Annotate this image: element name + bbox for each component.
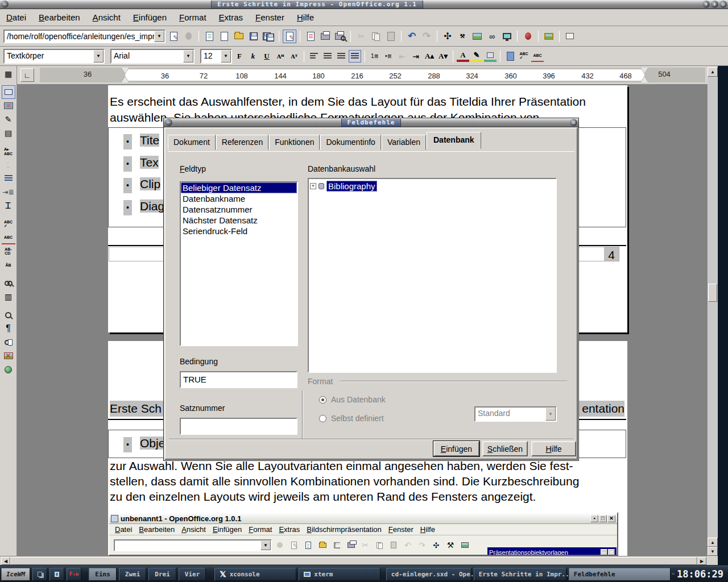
task-xterm[interactable]: xterm [299, 568, 380, 581]
einfuegen-button[interactable]: Einfügen [433, 441, 479, 456]
new-document-icon[interactable] [217, 30, 231, 43]
tab-referenzen[interactable]: Referenzen [216, 135, 268, 150]
copy-icon[interactable] [369, 30, 383, 43]
tree-item-bibliography[interactable]: Bibliography [326, 181, 377, 192]
list-item-datenbankname[interactable]: Datenbankname [181, 193, 297, 204]
edit-file-icon[interactable] [283, 30, 296, 43]
workspace-zwei[interactable]: Zwei [119, 568, 147, 581]
show-desktop-icon[interactable] [32, 568, 47, 581]
new-from-template-icon[interactable] [202, 30, 216, 43]
superscript-icon[interactable]: Aᴴ [274, 50, 287, 63]
align-justify-icon[interactable] [349, 50, 361, 63]
scroll-prev-page-icon[interactable]: ▲ [708, 538, 718, 547]
subscript-icon[interactable]: Aᵀ [288, 50, 300, 63]
list-item-seriendruck-feld[interactable]: Seriendruck-Feld [181, 226, 297, 236]
cut-icon[interactable]: ✂ [354, 30, 368, 43]
paragraph-style-combobox[interactable]: Textkörper ▼ [3, 49, 105, 64]
data-sources-side-icon[interactable]: ▥ [2, 290, 15, 304]
task-feldbefehle[interactable]: Feldbefehle [569, 568, 671, 581]
spellcheck-icon[interactable]: ABC✓ [518, 50, 530, 63]
url-dropdown-icon[interactable]: ▼ [154, 31, 164, 42]
tab-dokument[interactable]: Dokument [168, 135, 216, 150]
hyphenation-icon[interactable]: AB-CD [2, 244, 15, 258]
save-icon[interactable] [247, 30, 260, 43]
stylist-icon[interactable]: ⚒ [456, 30, 469, 43]
insert-fields-icon[interactable]: A▸ABC [2, 144, 15, 158]
increase-font-icon[interactable]: A▴ [423, 50, 436, 63]
window-titlebar[interactable]: ─ Erste Schritte in Impress - OpenOffice… [0, 0, 728, 9]
insert-table-icon[interactable]: ▦ [2, 67, 15, 81]
tab-dokumentinfo[interactable]: Dokumentinfo [320, 135, 380, 150]
tab-funktionen[interactable]: Funktionen [269, 135, 320, 150]
form-functions-icon[interactable]: ▤ [2, 126, 15, 140]
workspace-drei[interactable]: Drei [148, 568, 176, 581]
task-xconsole[interactable]: 𝕏xconsole [214, 568, 296, 581]
size-dropdown-icon[interactable]: ▼ [221, 50, 231, 63]
align-right-icon[interactable] [335, 50, 348, 63]
list-item-datensatznummer[interactable]: Datensatznummer [181, 204, 297, 215]
print-icon[interactable] [318, 30, 332, 43]
gallery-icon[interactable] [470, 30, 484, 43]
datenbank-tree[interactable]: + Bibliography [308, 178, 557, 373]
stop-loading-icon[interactable] [181, 30, 195, 43]
maximize-icon[interactable]: ♦ [711, 1, 718, 8]
insert-graphics-from-file-icon[interactable] [2, 99, 15, 113]
menu-extras[interactable]: Extras [213, 10, 250, 24]
style-dropdown-icon[interactable]: ▼ [93, 50, 104, 63]
fte-launcher-icon[interactable]: Fₜe [67, 568, 81, 581]
bold-icon[interactable]: F [233, 50, 246, 63]
menu-datei[interactable]: Datei [0, 10, 32, 24]
insert-index-marker-icon[interactable]: ⇥≣ [2, 185, 15, 199]
autospellcheck-side-icon[interactable]: ABC [2, 231, 15, 244]
insert-section-icon[interactable] [2, 172, 15, 185]
task-erste-schritte[interactable]: Erste Schritte in Impr... [474, 568, 566, 581]
highlight-color-icon[interactable]: ✎ [470, 51, 483, 62]
hyperlink-bar-icon[interactable] [2, 363, 15, 376]
paste-icon[interactable] [384, 30, 398, 43]
graphics-on-off-icon[interactable] [2, 335, 15, 349]
insert-objects-icon[interactable]: ⌐▪▪ [2, 158, 15, 172]
vscroll-thumb[interactable] [708, 284, 717, 302]
character-dialog-icon[interactable] [504, 50, 516, 63]
undo-icon[interactable]: ↶ [405, 30, 419, 43]
font-name-value[interactable]: Arial [111, 50, 183, 63]
ruler[interactable]: 36 36 72 108 144 180 216 252 288 324 360… [40, 68, 705, 82]
redo-icon[interactable]: ↷ [420, 30, 433, 43]
dialog-close-icon[interactable]: ⊘ [570, 119, 577, 126]
font-size-combobox[interactable]: 12 ▼ [200, 49, 232, 64]
align-center-icon[interactable] [321, 50, 334, 63]
window-menu-icon[interactable]: ─ [1, 1, 9, 8]
zoom-icon[interactable] [2, 308, 15, 322]
menu-hilfe[interactable]: Hilfe [291, 10, 320, 24]
schliessen-button[interactable]: Schließen [482, 441, 528, 456]
close-icon[interactable]: ⊘ [719, 1, 727, 8]
increase-indent-icon[interactable]: ⇥ [410, 50, 422, 63]
export-pdf-icon[interactable] [304, 30, 317, 43]
bullet-list-icon[interactable]: •≣ [382, 50, 395, 63]
draw-functions-icon[interactable]: ✎ [2, 113, 15, 126]
numbered-list-icon[interactable]: 1≣ [369, 50, 381, 63]
workspace-vier[interactable]: Vier [179, 568, 206, 581]
decrease-font-icon[interactable]: A▾ [437, 50, 449, 63]
direct-cursor-icon[interactable]: Ꮖ [2, 199, 15, 213]
format-combobox[interactable]: Standard ▼ [474, 406, 557, 422]
record-changes-icon[interactable] [521, 30, 535, 43]
vertical-scrollbar[interactable]: ▲ ▲ ▼ [708, 66, 718, 565]
terminal-launcher-icon[interactable] [49, 568, 64, 581]
tab-type-button[interactable]: ∟ [20, 68, 34, 82]
tab-datenbank[interactable]: Datenbank [427, 132, 481, 149]
menu-einfuegen[interactable]: Einfügen [127, 10, 173, 24]
open-icon[interactable] [232, 30, 246, 43]
hilfe-button[interactable]: Hilfe [531, 441, 576, 456]
font-size-value[interactable]: 12 [201, 50, 221, 63]
start-button[interactable]: IceWM [1, 568, 30, 581]
dialog-titlebar[interactable]: ─ Feldbefehle ⊘ [164, 118, 578, 127]
data-sources-icon[interactable] [500, 30, 514, 43]
dialog-menu-icon[interactable]: ─ [165, 119, 172, 126]
underline-icon[interactable]: U [260, 50, 273, 63]
feldtyp-listbox[interactable]: Beliebiger Datensatz Datenbankname Daten… [180, 181, 298, 346]
scroll-right-icon[interactable]: ▶ [697, 557, 706, 565]
page-preview-icon[interactable] [333, 30, 347, 43]
menu-bearbeiten[interactable]: Bearbeiten [32, 10, 86, 24]
url-combobox[interactable]: /home/rolf/openoffice/anleitungen/es_imp… [3, 30, 166, 43]
